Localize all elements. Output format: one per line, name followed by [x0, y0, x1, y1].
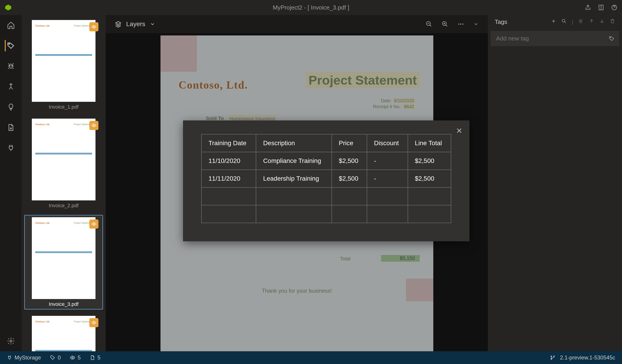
close-icon[interactable] [456, 127, 463, 134]
svg-point-5 [10, 65, 10, 66]
thumbnail-label: Invoice_3.pdf [27, 301, 101, 307]
table-header: Description [256, 134, 332, 152]
share-icon[interactable] [585, 4, 591, 11]
status-version: 2.1-preview.1-530545c [560, 354, 615, 361]
tags-panel: Tags | [488, 15, 622, 351]
title-bar: MyProject2 - [ Invoice_3.pdf ] [0, 0, 622, 15]
layers-icon[interactable] [115, 21, 122, 27]
layers-label[interactable]: Layers [126, 20, 145, 28]
zoom-out-icon[interactable] [426, 21, 432, 27]
add-tag-field[interactable] [491, 31, 619, 46]
status-docs[interactable]: 5 [90, 354, 100, 361]
tags-title: Tags [495, 18, 507, 25]
more-icon[interactable] [457, 21, 464, 27]
search-icon[interactable] [561, 18, 567, 25]
arrow-up-icon[interactable] [589, 18, 594, 25]
chevron-down-icon[interactable] [473, 21, 479, 27]
status-visible[interactable]: 5 [70, 354, 80, 361]
table-row [201, 187, 451, 205]
thumbnail-label: Invoice_2.pdf [27, 203, 101, 209]
eye-icon[interactable] [89, 318, 98, 327]
table-header: Line Total [408, 134, 451, 152]
thumbnail-item[interactable]: Contoso, Ltd.Project Statement Invoice_2… [24, 116, 103, 211]
table-row: 11/11/2020 Leadership Training $2,500 - … [201, 170, 451, 187]
svg-point-7 [10, 128, 12, 129]
thumbnail-strip[interactable]: Contoso, Ltd.Project Statement Invoice_1… [22, 15, 106, 351]
rail-home-icon[interactable] [5, 19, 17, 31]
svg-point-9 [93, 26, 95, 27]
table-row: 11/10/2020 Compliance Training $2,500 - … [201, 152, 451, 170]
chevron-down-icon[interactable] [150, 21, 155, 27]
rail-tags-icon[interactable] [5, 40, 16, 51]
canvas-toolbar: Layers [106, 15, 488, 33]
tag-icon [609, 36, 615, 42]
app-logo-icon [4, 4, 12, 11]
eye-icon[interactable] [89, 121, 98, 130]
svg-line-20 [446, 25, 447, 26]
svg-point-31 [72, 357, 73, 358]
table-header: Discount [367, 134, 408, 152]
svg-point-8 [10, 340, 12, 342]
table-header: Price [332, 134, 367, 152]
svg-point-34 [554, 356, 554, 357]
thumbnail-item[interactable]: Contoso, Ltd.Project Statement Invoice_3… [24, 215, 103, 309]
rail-settings-icon[interactable] [5, 335, 17, 347]
status-storage[interactable]: MyStorage [7, 354, 41, 361]
status-bar: MyStorage 0 5 5 2.1-preview.1-530545c [0, 351, 622, 364]
svg-point-22 [460, 24, 462, 25]
svg-line-16 [430, 25, 431, 26]
add-icon[interactable] [551, 18, 556, 25]
arrow-down-icon[interactable] [599, 18, 605, 25]
svg-point-6 [12, 65, 12, 66]
eye-icon[interactable] [89, 219, 98, 229]
table-popup: Training Date Description Price Discount… [183, 120, 469, 241]
left-icon-rail [0, 15, 22, 351]
extracted-table: Training Date Description Price Discount… [201, 134, 451, 223]
eye-icon[interactable] [89, 22, 98, 31]
svg-point-11 [93, 223, 95, 225]
status-tags[interactable]: 0 [50, 354, 61, 361]
branch-icon [550, 355, 555, 360]
svg-point-21 [458, 24, 459, 25]
svg-point-23 [462, 24, 463, 25]
svg-point-10 [93, 125, 95, 126]
rail-plug-icon[interactable] [5, 142, 17, 154]
svg-point-3 [9, 44, 10, 44]
zoom-in-icon[interactable] [442, 21, 448, 27]
table-header: Training Date [201, 134, 256, 152]
svg-point-26 [562, 19, 565, 22]
delete-icon[interactable] [610, 18, 615, 25]
thumbnail-item[interactable]: Contoso, Ltd.Project Statement Invoice_1… [24, 18, 103, 112]
svg-point-32 [551, 356, 552, 357]
rail-lightbulb-icon[interactable] [5, 101, 17, 113]
rail-robot-icon[interactable] [5, 60, 17, 72]
svg-point-12 [93, 322, 95, 323]
book-icon[interactable] [598, 4, 604, 11]
collapse-icon[interactable] [578, 18, 584, 25]
svg-line-27 [565, 22, 566, 23]
rail-file-settings-icon[interactable] [5, 122, 17, 133]
window-title: MyProject2 - [ Invoice_3.pdf ] [273, 4, 350, 11]
svg-point-28 [610, 37, 611, 37]
thumbnail-item[interactable]: Contoso, Ltd.Project Statement Invoice_4… [24, 313, 103, 351]
rail-merge-icon[interactable] [5, 81, 17, 92]
add-tag-input[interactable] [491, 31, 619, 46]
thumbnail-label: Invoice_1.pdf [27, 104, 101, 110]
help-icon[interactable] [611, 4, 618, 11]
table-row [201, 205, 451, 223]
